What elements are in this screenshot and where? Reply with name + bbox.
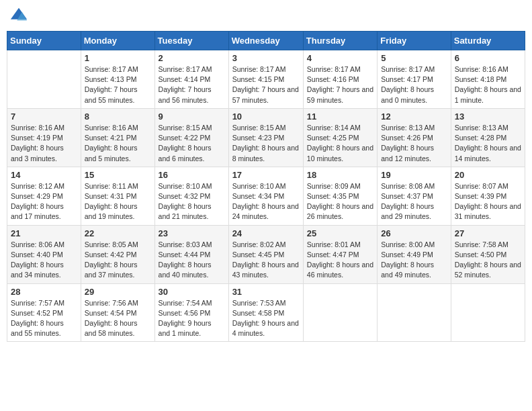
daylight: Daylight: 8 hours and 3 minutes.: [11, 144, 64, 162]
day-number: 28: [11, 287, 77, 297]
calendar-day-cell: 20 Sunrise: 8:07 AM Sunset: 4:39 PM Dayl…: [451, 167, 525, 225]
day-info: Sunrise: 8:10 AM Sunset: 4:32 PM Dayligh…: [159, 181, 225, 222]
sunset: Sunset: 4:50 PM: [455, 250, 507, 259]
day-info: Sunrise: 8:07 AM Sunset: 4:39 PM Dayligh…: [455, 181, 521, 222]
sunrise: Sunrise: 7:58 AM: [455, 240, 508, 248]
daylight: Daylight: 8 hours and 46 minutes.: [307, 261, 373, 279]
day-number: 26: [381, 228, 447, 238]
day-number: 12: [381, 111, 447, 122]
calendar-day-cell: 16 Sunrise: 8:10 AM Sunset: 4:32 PM Dayl…: [154, 167, 228, 225]
sunset: Sunset: 4:34 PM: [232, 192, 285, 200]
day-info: Sunrise: 8:06 AM Sunset: 4:40 PM Dayligh…: [11, 240, 77, 281]
day-number: 31: [232, 287, 300, 297]
sunset: Sunset: 4:21 PM: [85, 134, 137, 142]
sunset: Sunset: 4:47 PM: [307, 250, 359, 259]
sunrise: Sunrise: 8:15 AM: [159, 124, 212, 132]
daylight: Daylight: 8 hours and 55 minutes.: [11, 319, 64, 337]
day-info: Sunrise: 8:13 AM Sunset: 4:28 PM Dayligh…: [455, 123, 521, 164]
daylight: Daylight: 8 hours and 12 minutes.: [381, 144, 434, 162]
calendar-week-row: 7 Sunrise: 8:16 AM Sunset: 4:19 PM Dayli…: [7, 108, 525, 167]
day-number: 29: [85, 287, 151, 297]
sunset: Sunset: 4:26 PM: [381, 134, 433, 142]
day-number: 15: [85, 170, 151, 180]
day-number: 14: [11, 170, 77, 180]
sunrise: Sunrise: 8:16 AM: [11, 124, 64, 132]
day-number: 11: [307, 111, 373, 122]
calendar-day-cell: 21 Sunrise: 8:06 AM Sunset: 4:40 PM Dayl…: [7, 225, 81, 283]
daylight: Daylight: 7 hours and 56 minutes.: [159, 85, 212, 103]
daylight: Daylight: 8 hours and 49 minutes.: [381, 261, 434, 279]
day-info: Sunrise: 7:57 AM Sunset: 4:52 PM Dayligh…: [11, 298, 77, 339]
day-info: Sunrise: 7:58 AM Sunset: 4:50 PM Dayligh…: [455, 240, 521, 281]
sunset: Sunset: 4:23 PM: [232, 134, 285, 142]
day-of-week-header: Sunday: [7, 32, 81, 50]
sunset: Sunset: 4:56 PM: [159, 309, 211, 317]
daylight: Daylight: 8 hours and 14 minutes.: [455, 144, 521, 162]
calendar-day-cell: [451, 283, 525, 342]
sunrise: Sunrise: 8:01 AM: [307, 240, 361, 248]
day-info: Sunrise: 8:08 AM Sunset: 4:37 PM Dayligh…: [381, 181, 447, 222]
day-number: 24: [232, 228, 300, 238]
calendar-day-cell: 8 Sunrise: 8:16 AM Sunset: 4:21 PM Dayli…: [81, 108, 154, 167]
daylight: Daylight: 8 hours and 43 minutes.: [232, 261, 299, 279]
calendar-day-cell: 25 Sunrise: 8:01 AM Sunset: 4:47 PM Dayl…: [303, 225, 377, 283]
day-info: Sunrise: 8:11 AM Sunset: 4:31 PM Dayligh…: [85, 181, 151, 222]
logo: [9, 7, 31, 26]
calendar-day-cell: 14 Sunrise: 8:12 AM Sunset: 4:29 PM Dayl…: [7, 167, 81, 225]
day-info: Sunrise: 8:09 AM Sunset: 4:35 PM Dayligh…: [307, 181, 373, 222]
sunset: Sunset: 4:13 PM: [85, 75, 137, 83]
daylight: Daylight: 8 hours and 1 minute.: [455, 85, 521, 103]
daylight: Daylight: 8 hours and 31 minutes.: [455, 202, 521, 220]
sunset: Sunset: 4:40 PM: [11, 250, 63, 259]
sunset: Sunset: 4:35 PM: [307, 192, 359, 200]
day-of-week-header: Wednesday: [228, 32, 303, 50]
daylight: Daylight: 8 hours and 17 minutes.: [11, 202, 64, 220]
sunset: Sunset: 4:31 PM: [85, 192, 137, 200]
daylight: Daylight: 8 hours and 52 minutes.: [455, 261, 521, 279]
calendar-day-cell: 31 Sunrise: 7:53 AM Sunset: 4:58 PM Dayl…: [228, 283, 303, 342]
daylight: Daylight: 8 hours and 6 minutes.: [159, 144, 212, 162]
day-number: 27: [455, 228, 521, 238]
sunrise: Sunrise: 8:03 AM: [159, 240, 212, 248]
calendar-day-cell: 30 Sunrise: 7:54 AM Sunset: 4:56 PM Dayl…: [154, 283, 228, 342]
daylight: Daylight: 7 hours and 57 minutes.: [232, 85, 299, 103]
day-info: Sunrise: 8:17 AM Sunset: 4:15 PM Dayligh…: [232, 64, 300, 105]
calendar-day-cell: 18 Sunrise: 8:09 AM Sunset: 4:35 PM Dayl…: [303, 167, 377, 225]
sunset: Sunset: 4:14 PM: [159, 75, 211, 83]
daylight: Daylight: 8 hours and 19 minutes.: [85, 202, 138, 220]
day-info: Sunrise: 8:16 AM Sunset: 4:19 PM Dayligh…: [11, 123, 77, 164]
calendar-day-cell: 24 Sunrise: 8:02 AM Sunset: 4:45 PM Dayl…: [228, 225, 303, 283]
sunrise: Sunrise: 8:09 AM: [307, 182, 361, 190]
day-info: Sunrise: 8:17 AM Sunset: 4:13 PM Dayligh…: [85, 64, 151, 105]
calendar-day-cell: 23 Sunrise: 8:03 AM Sunset: 4:44 PM Dayl…: [154, 225, 228, 283]
day-info: Sunrise: 8:16 AM Sunset: 4:21 PM Dayligh…: [85, 123, 151, 164]
day-number: 20: [455, 170, 521, 180]
sunset: Sunset: 4:25 PM: [307, 134, 359, 142]
calendar-day-cell: [378, 283, 451, 342]
day-number: 13: [455, 111, 521, 122]
calendar-day-cell: 11 Sunrise: 8:14 AM Sunset: 4:25 PM Dayl…: [303, 108, 377, 167]
day-number: 19: [381, 170, 447, 180]
calendar-day-cell: 28 Sunrise: 7:57 AM Sunset: 4:52 PM Dayl…: [7, 283, 81, 342]
day-number: 2: [159, 53, 225, 63]
calendar-week-row: 1 Sunrise: 8:17 AM Sunset: 4:13 PM Dayli…: [7, 50, 525, 109]
day-number: 10: [232, 111, 300, 122]
calendar-day-cell: 26 Sunrise: 8:00 AM Sunset: 4:49 PM Dayl…: [378, 225, 451, 283]
day-of-week-header: Monday: [81, 32, 154, 50]
sunrise: Sunrise: 8:11 AM: [85, 182, 138, 190]
sunrise: Sunrise: 8:16 AM: [85, 124, 138, 132]
day-of-week-header: Friday: [378, 32, 451, 50]
calendar-day-cell: 2 Sunrise: 8:17 AM Sunset: 4:14 PM Dayli…: [154, 50, 228, 109]
day-info: Sunrise: 8:17 AM Sunset: 4:17 PM Dayligh…: [381, 64, 447, 105]
sunrise: Sunrise: 8:17 AM: [232, 65, 286, 73]
day-info: Sunrise: 8:12 AM Sunset: 4:29 PM Dayligh…: [11, 181, 77, 222]
sunrise: Sunrise: 7:57 AM: [11, 299, 64, 307]
daylight: Daylight: 9 hours and 4 minutes.: [232, 319, 299, 337]
day-number: 3: [232, 53, 300, 63]
sunrise: Sunrise: 8:12 AM: [11, 182, 64, 190]
calendar-day-cell: 19 Sunrise: 8:08 AM Sunset: 4:37 PM Dayl…: [378, 167, 451, 225]
day-number: 17: [232, 170, 300, 180]
sunset: Sunset: 4:28 PM: [455, 134, 507, 142]
sunrise: Sunrise: 7:54 AM: [159, 299, 212, 307]
calendar-day-cell: 4 Sunrise: 8:17 AM Sunset: 4:16 PM Dayli…: [303, 50, 377, 109]
